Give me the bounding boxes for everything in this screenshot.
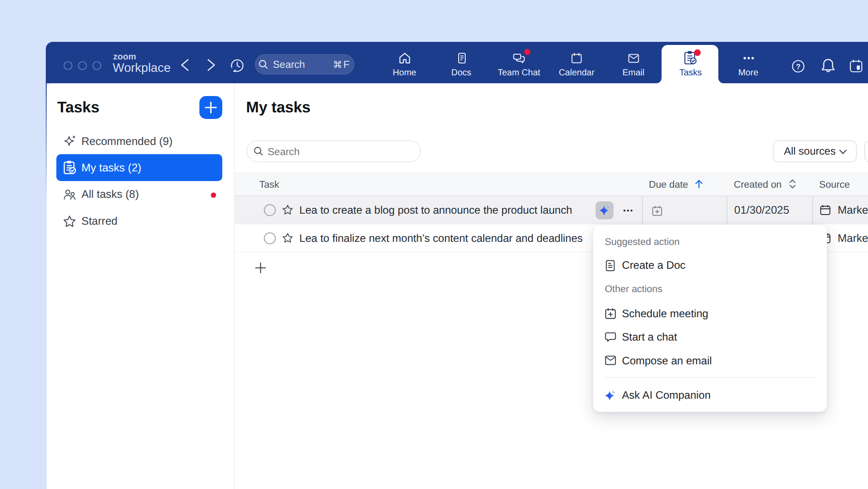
svg-text:?: ? — [796, 63, 800, 71]
